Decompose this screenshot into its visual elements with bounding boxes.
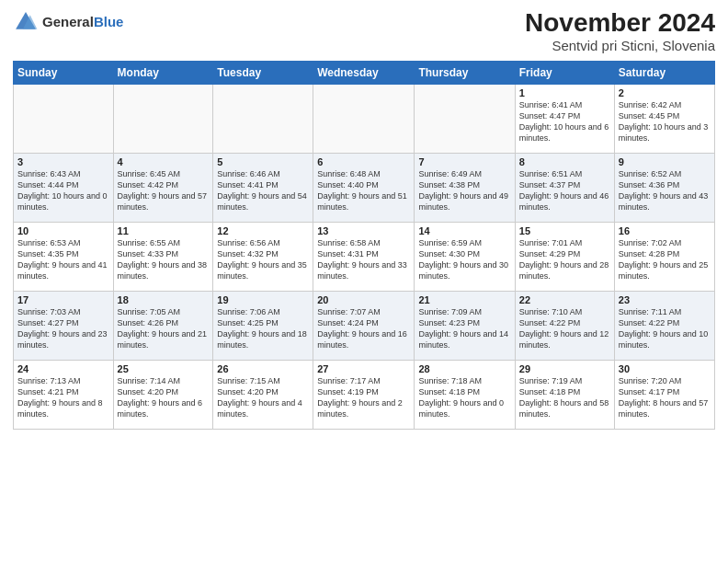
day-info: Sunrise: 6:45 AM Sunset: 4:42 PM Dayligh… (118, 168, 210, 213)
col-monday: Monday (113, 61, 213, 84)
day-info: Sunrise: 7:01 AM Sunset: 4:29 PM Dayligh… (519, 237, 610, 282)
table-row: 7Sunrise: 6:49 AM Sunset: 4:38 PM Daylig… (415, 153, 515, 222)
day-number: 14 (418, 225, 510, 236)
day-info: Sunrise: 7:15 AM Sunset: 4:20 PM Dayligh… (217, 375, 309, 420)
day-info: Sunrise: 7:19 AM Sunset: 4:18 PM Dayligh… (519, 375, 610, 420)
calendar-table: Sunday Monday Tuesday Wednesday Thursday… (13, 61, 715, 430)
day-info: Sunrise: 6:48 AM Sunset: 4:40 PM Dayligh… (317, 168, 410, 213)
table-row (14, 84, 114, 153)
day-info: Sunrise: 7:05 AM Sunset: 4:26 PM Dayligh… (118, 306, 210, 351)
table-row: 22Sunrise: 7:10 AM Sunset: 4:22 PM Dayli… (515, 291, 614, 360)
day-info: Sunrise: 7:06 AM Sunset: 4:25 PM Dayligh… (217, 306, 309, 351)
table-row: 4Sunrise: 6:45 AM Sunset: 4:42 PM Daylig… (113, 153, 213, 222)
day-info: Sunrise: 6:46 AM Sunset: 4:41 PM Dayligh… (217, 168, 309, 213)
day-info: Sunrise: 7:07 AM Sunset: 4:24 PM Dayligh… (317, 306, 410, 351)
day-info: Sunrise: 7:11 AM Sunset: 4:22 PM Dayligh… (619, 306, 711, 351)
table-row (415, 84, 515, 153)
table-row: 20Sunrise: 7:07 AM Sunset: 4:24 PM Dayli… (313, 291, 415, 360)
day-number: 4 (118, 156, 210, 167)
calendar-week-row: 24Sunrise: 7:13 AM Sunset: 4:21 PM Dayli… (14, 360, 715, 429)
day-number: 17 (17, 294, 109, 305)
day-info: Sunrise: 6:59 AM Sunset: 4:30 PM Dayligh… (418, 237, 510, 282)
calendar-header-row: Sunday Monday Tuesday Wednesday Thursday… (14, 61, 715, 84)
table-row: 10Sunrise: 6:53 AM Sunset: 4:35 PM Dayli… (14, 222, 114, 291)
table-row: 5Sunrise: 6:46 AM Sunset: 4:41 PM Daylig… (213, 153, 313, 222)
page-header: GeneralBlue November 2024 Sentvid pri St… (13, 9, 715, 53)
table-row: 17Sunrise: 7:03 AM Sunset: 4:27 PM Dayli… (14, 291, 114, 360)
table-row: 11Sunrise: 6:55 AM Sunset: 4:33 PM Dayli… (113, 222, 213, 291)
table-row: 28Sunrise: 7:18 AM Sunset: 4:18 PM Dayli… (415, 360, 515, 429)
logo-icon (13, 9, 39, 35)
day-info: Sunrise: 7:02 AM Sunset: 4:28 PM Dayligh… (619, 237, 711, 282)
table-row: 15Sunrise: 7:01 AM Sunset: 4:29 PM Dayli… (515, 222, 614, 291)
day-number: 20 (317, 294, 410, 305)
col-tuesday: Tuesday (213, 61, 313, 84)
day-info: Sunrise: 6:52 AM Sunset: 4:36 PM Dayligh… (619, 168, 711, 213)
day-number: 8 (519, 156, 610, 167)
logo-blue: Blue (94, 14, 124, 29)
page-title: November 2024 (525, 9, 715, 38)
page-subtitle: Sentvid pri Sticni, Slovenia (525, 38, 715, 53)
day-info: Sunrise: 6:43 AM Sunset: 4:44 PM Dayligh… (17, 168, 109, 213)
day-number: 26 (217, 363, 309, 374)
day-info: Sunrise: 6:58 AM Sunset: 4:31 PM Dayligh… (317, 237, 410, 282)
day-number: 22 (519, 294, 610, 305)
day-number: 24 (17, 363, 109, 374)
col-thursday: Thursday (415, 61, 515, 84)
table-row: 26Sunrise: 7:15 AM Sunset: 4:20 PM Dayli… (213, 360, 313, 429)
day-number: 6 (317, 156, 410, 167)
col-saturday: Saturday (614, 61, 714, 84)
table-row: 18Sunrise: 7:05 AM Sunset: 4:26 PM Dayli… (113, 291, 213, 360)
table-row: 19Sunrise: 7:06 AM Sunset: 4:25 PM Dayli… (213, 291, 313, 360)
table-row: 3Sunrise: 6:43 AM Sunset: 4:44 PM Daylig… (14, 153, 114, 222)
day-info: Sunrise: 6:42 AM Sunset: 4:45 PM Dayligh… (619, 99, 711, 144)
day-number: 30 (619, 363, 711, 374)
table-row: 29Sunrise: 7:19 AM Sunset: 4:18 PM Dayli… (515, 360, 614, 429)
table-row: 21Sunrise: 7:09 AM Sunset: 4:23 PM Dayli… (415, 291, 515, 360)
table-row (113, 84, 213, 153)
day-number: 28 (418, 363, 510, 374)
day-number: 25 (118, 363, 210, 374)
table-row: 23Sunrise: 7:11 AM Sunset: 4:22 PM Dayli… (614, 291, 714, 360)
day-number: 9 (619, 156, 711, 167)
col-friday: Friday (515, 61, 614, 84)
day-number: 1 (519, 87, 610, 98)
day-number: 15 (519, 225, 610, 236)
day-info: Sunrise: 6:49 AM Sunset: 4:38 PM Dayligh… (418, 168, 510, 213)
day-number: 18 (118, 294, 210, 305)
day-number: 29 (519, 363, 610, 374)
day-number: 21 (418, 294, 510, 305)
table-row: 24Sunrise: 7:13 AM Sunset: 4:21 PM Dayli… (14, 360, 114, 429)
day-number: 11 (118, 225, 210, 236)
table-row: 6Sunrise: 6:48 AM Sunset: 4:40 PM Daylig… (313, 153, 415, 222)
day-info: Sunrise: 7:03 AM Sunset: 4:27 PM Dayligh… (17, 306, 109, 351)
logo: GeneralBlue (13, 9, 123, 35)
day-info: Sunrise: 7:18 AM Sunset: 4:18 PM Dayligh… (418, 375, 510, 420)
day-info: Sunrise: 7:09 AM Sunset: 4:23 PM Dayligh… (418, 306, 510, 351)
table-row (313, 84, 415, 153)
col-wednesday: Wednesday (313, 61, 415, 84)
day-info: Sunrise: 6:41 AM Sunset: 4:47 PM Dayligh… (519, 99, 610, 144)
table-row: 25Sunrise: 7:14 AM Sunset: 4:20 PM Dayli… (113, 360, 213, 429)
day-number: 10 (17, 225, 109, 236)
day-info: Sunrise: 6:53 AM Sunset: 4:35 PM Dayligh… (17, 237, 109, 282)
day-info: Sunrise: 7:20 AM Sunset: 4:17 PM Dayligh… (619, 375, 711, 420)
title-block: November 2024 Sentvid pri Sticni, Sloven… (525, 9, 715, 53)
table-row: 27Sunrise: 7:17 AM Sunset: 4:19 PM Dayli… (313, 360, 415, 429)
day-number: 16 (619, 225, 711, 236)
day-info: Sunrise: 7:14 AM Sunset: 4:20 PM Dayligh… (118, 375, 210, 420)
table-row: 2Sunrise: 6:42 AM Sunset: 4:45 PM Daylig… (614, 84, 714, 153)
calendar-week-row: 1Sunrise: 6:41 AM Sunset: 4:47 PM Daylig… (14, 84, 715, 153)
logo-general: General (42, 14, 94, 29)
day-number: 27 (317, 363, 410, 374)
day-info: Sunrise: 7:10 AM Sunset: 4:22 PM Dayligh… (519, 306, 610, 351)
day-info: Sunrise: 6:51 AM Sunset: 4:37 PM Dayligh… (519, 168, 610, 213)
calendar-week-row: 17Sunrise: 7:03 AM Sunset: 4:27 PM Dayli… (14, 291, 715, 360)
day-number: 7 (418, 156, 510, 167)
calendar-week-row: 3Sunrise: 6:43 AM Sunset: 4:44 PM Daylig… (14, 153, 715, 222)
col-sunday: Sunday (14, 61, 114, 84)
table-row: 1Sunrise: 6:41 AM Sunset: 4:47 PM Daylig… (515, 84, 614, 153)
day-number: 3 (17, 156, 109, 167)
day-number: 2 (619, 87, 711, 98)
table-row: 30Sunrise: 7:20 AM Sunset: 4:17 PM Dayli… (614, 360, 714, 429)
